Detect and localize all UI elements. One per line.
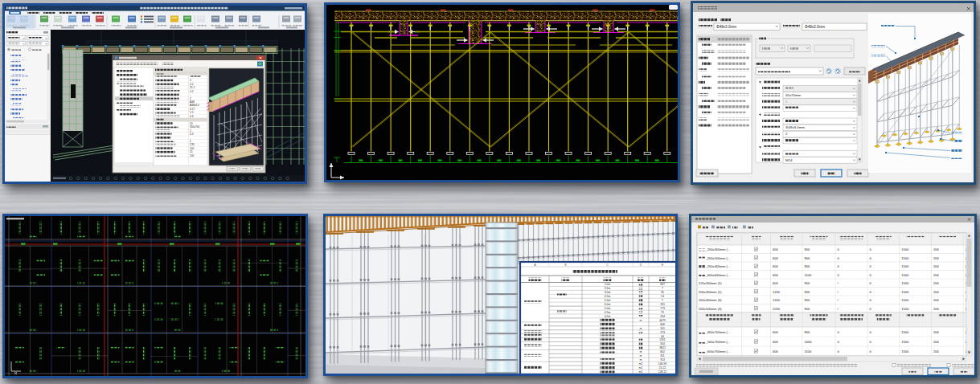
svg-text:913: 913 [660,358,665,362]
svg-text:231: 231 [660,303,665,306]
svg-text:m2: m2 [639,362,643,366]
svg-text:606: 606 [660,323,665,326]
svg-text:1500: 1500 [901,290,909,294]
svg-text:Φ48x3.0mm: Φ48x3.0mm [805,25,825,29]
svg-text:200: 200 [933,247,940,251]
svg-text:21.22: 21.22 [659,366,666,370]
svg-text:1200: 1200 [773,298,781,302]
svg-text:128.21: 128.21 [658,370,666,374]
svg-text:5.0m: 5.0m [605,307,611,310]
svg-text:-: - [190,93,191,96]
svg-text:25.1: 25.1 [190,86,195,89]
svg-text:311: 311 [660,354,665,357]
svg-text:0.2: 0.2 [190,90,194,93]
svg-text:200: 200 [933,290,940,294]
svg-text:_600x700mm (...: _600x700mm (... [705,349,731,353]
svg-text:900: 900 [805,256,811,260]
svg-text:7: 7 [662,287,663,290]
svg-text:C: C [606,263,609,267]
svg-text:1200: 1200 [773,307,781,311]
svg-text:3.5m: 3.5m [605,287,611,290]
svg-text:773: 773 [660,307,665,310]
svg-text:200: 200 [933,340,940,344]
svg-text:900: 900 [805,247,811,251]
svg-text:200: 200 [933,273,940,277]
svg-text:m: m [640,327,642,330]
svg-text:900: 900 [805,307,811,311]
svg-text:4.17: 4.17 [190,108,195,111]
svg-text:1191: 1191 [659,338,665,341]
svg-text:35: 35 [661,291,664,294]
svg-text:200: 200 [933,349,940,353]
svg-text:m2: m2 [639,370,643,374]
svg-text:1100: 1100 [805,349,813,353]
svg-text:1.0m: 1.0m [605,283,611,286]
svg-text:3.0m: 3.0m [605,291,611,294]
svg-text:200x300mm (1): 200x300mm (1) [699,290,722,294]
svg-text:_500x700mm (...: _500x700mm (... [705,340,731,344]
svg-text:602: 602 [660,350,665,353]
svg-text:200: 200 [933,307,940,311]
svg-text:_600x600mm (...: _600x600mm (... [705,273,731,277]
svg-text:0.9: 0.9 [190,115,194,118]
svg-text:200: 200 [933,281,940,285]
svg-text:_200x300mm (...: _200x300mm (... [705,247,731,251]
svg-text:600: 600 [773,281,779,285]
svg-text:M14: M14 [785,158,793,162]
svg-text:14: 14 [661,295,664,298]
svg-text:1500: 1500 [901,298,909,302]
svg-text:0.2: 0.2 [190,83,194,86]
svg-text:4.5m: 4.5m [605,295,611,298]
svg-text:600: 600 [773,340,779,344]
svg-text:_400x700mm (...: _400x700mm (... [705,330,731,334]
svg-text:6.0m: 6.0m [605,303,611,306]
svg-text:Φ48x3.0mm: Φ48x3.0mm [785,125,805,129]
svg-text:m: m [640,354,642,357]
svg-text:200: 200 [933,330,940,334]
svg-text:1500: 1500 [901,256,909,260]
svg-text:200x500mm (3): 200x500mm (3) [699,307,722,311]
svg-text:D: D [640,263,642,267]
svg-text:200: 200 [933,298,940,302]
svg-text:200: 200 [933,256,940,260]
svg-text:1500: 1500 [901,264,909,268]
svg-text:2: 2 [190,79,191,82]
svg-text:1500: 1500 [901,281,909,285]
svg-text:0.3: 0.3 [190,133,194,136]
svg-text:900: 900 [805,298,811,302]
svg-text:1.5: 1.5 [190,111,194,114]
svg-text:15: 15 [190,150,193,153]
svg-text:100: 100 [190,147,195,150]
svg-text:A48x3.0: A48x3.0 [190,104,199,107]
svg-text:600: 600 [773,256,779,260]
svg-text:1500: 1500 [901,349,909,353]
svg-text:900: 900 [805,330,811,334]
svg-text:1500: 1500 [901,340,909,344]
svg-text:2: 2 [190,97,191,100]
svg-text:504: 504 [660,342,665,345]
svg-text:273: 273 [660,331,665,334]
svg-text:600: 600 [773,273,779,277]
svg-text:600: 600 [773,330,779,334]
svg-text:2: 2 [190,129,191,133]
svg-text:106.99: 106.99 [658,362,666,366]
svg-text:10: 10 [190,122,193,125]
svg-text:600: 600 [773,264,779,268]
svg-text:4.5m: 4.5m [605,311,611,314]
svg-text:4.2m: 4.2m [605,315,611,318]
svg-text:1500: 1500 [901,307,909,311]
svg-text:600: 600 [773,349,779,353]
svg-text:-: - [190,137,191,140]
svg-text:234: 234 [660,315,665,318]
svg-text:600: 600 [773,247,779,251]
svg-text:1100: 1100 [805,273,813,277]
svg-text:101: 101 [660,327,665,330]
svg-text:4479: 4479 [659,319,666,322]
svg-text:120x300mm (1): 120x300mm (1) [699,281,722,285]
svg-text:2: 2 [190,140,191,143]
svg-text:44: 44 [661,335,664,338]
svg-text:79: 79 [661,311,664,314]
svg-text:m: m [640,350,642,353]
svg-text:1000: 1000 [805,340,813,344]
svg-text:200x400mm (3): 200x400mm (3) [699,298,722,302]
